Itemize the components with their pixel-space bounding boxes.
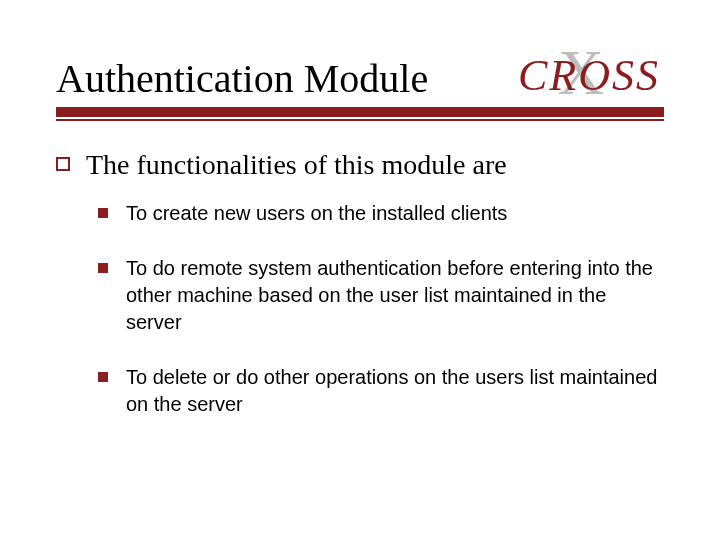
slide-body: The functionalities of this module are T…: [56, 147, 664, 418]
title-row: Authentication Module X CROSS: [56, 50, 664, 101]
rule-thick: [56, 107, 664, 117]
list-item: To do remote system authentication befor…: [98, 255, 664, 336]
title-underline: [56, 107, 664, 121]
square-bullet-icon: [98, 208, 108, 218]
list-item: To delete or do other operations on the …: [98, 364, 664, 418]
sub-item-text: To delete or do other operations on the …: [126, 364, 664, 418]
list-item: The functionalities of this module are: [56, 147, 664, 182]
rule-thin: [56, 119, 664, 121]
list-item: To create new users on the installed cli…: [98, 200, 664, 227]
slide: Authentication Module X CROSS The functi…: [0, 0, 720, 540]
intro-text: The functionalities of this module are: [86, 147, 664, 182]
slide-title: Authentication Module: [56, 57, 428, 101]
square-bullet-icon: [98, 263, 108, 273]
square-outline-bullet-icon: [56, 157, 70, 171]
logo: X CROSS: [518, 50, 664, 101]
square-bullet-icon: [98, 372, 108, 382]
logo-text: CROSS: [518, 51, 660, 100]
sub-item-text: To do remote system authentication befor…: [126, 255, 664, 336]
sub-item-text: To create new users on the installed cli…: [126, 200, 664, 227]
sub-list: To create new users on the installed cli…: [98, 200, 664, 418]
